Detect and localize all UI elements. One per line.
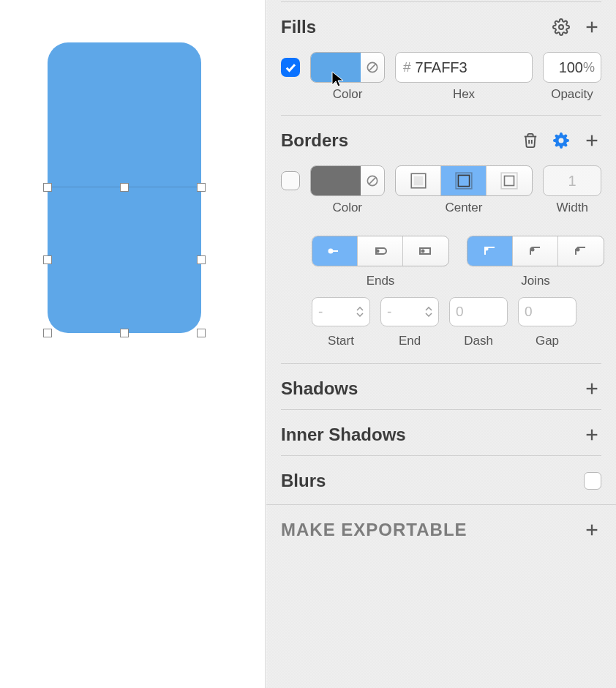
inner-shadows-header: Inner Shadows	[281, 410, 601, 455]
resize-handle-br[interactable]	[197, 329, 206, 337]
dash-input[interactable]: 0	[449, 297, 508, 326]
opacity-input[interactable]	[549, 59, 583, 76]
border-position-label: Center	[394, 201, 533, 215]
resize-handle-bl[interactable]	[43, 329, 52, 337]
shadows-header: Shadows	[281, 364, 601, 409]
blurs-header: Blurs	[281, 456, 601, 501]
dash-label: Dash	[464, 334, 493, 348]
svg-line-4	[369, 64, 376, 71]
svg-rect-13	[505, 176, 514, 186]
fills-title: Fills	[281, 17, 316, 37]
add-fill-button[interactable]	[582, 18, 601, 37]
line-ends-segmented	[312, 236, 449, 266]
resize-handle-mr[interactable]	[197, 183, 206, 192]
gap-input[interactable]: 0	[518, 297, 576, 326]
hex-label: Hex	[395, 87, 533, 102]
percent-symbol: %	[583, 60, 595, 75]
join-round-button[interactable]	[513, 236, 558, 266]
canvas[interactable]	[0, 0, 266, 688]
fill-color-preview	[311, 53, 361, 82]
stepper-icon[interactable]	[425, 307, 432, 317]
hash-symbol: #	[403, 59, 411, 75]
svg-point-16	[328, 250, 332, 253]
svg-line-8	[369, 177, 376, 184]
border-type-icon[interactable]	[361, 166, 384, 195]
svg-point-22	[577, 249, 579, 251]
border-row: 1	[281, 161, 601, 201]
hex-input[interactable]	[416, 59, 525, 76]
stepper-icon[interactable]	[356, 307, 364, 317]
end-round-button[interactable]	[358, 236, 403, 266]
line-joins-segmented	[467, 236, 604, 266]
inner-shadows-title: Inner Shadows	[281, 425, 406, 445]
opacity-label: Opacity	[543, 87, 601, 102]
border-color-preview	[311, 166, 361, 195]
fill-row: # %	[281, 48, 601, 87]
end-butt-button[interactable]	[312, 236, 358, 266]
resize-handle-mc[interactable]	[120, 183, 129, 192]
color-label: Color	[310, 87, 385, 102]
resize-handle-lml[interactable]	[43, 255, 52, 264]
ends-label: Ends	[367, 274, 395, 288]
resize-handle-ml[interactable]	[43, 183, 52, 192]
trash-icon[interactable]	[521, 131, 540, 150]
border-enabled-checkbox[interactable]	[281, 171, 300, 190]
border-color-swatch[interactable]	[310, 165, 385, 196]
svg-point-17	[376, 250, 378, 253]
blurs-title: Blurs	[281, 471, 326, 491]
blurs-checkbox[interactable]	[584, 472, 601, 490]
svg-point-19	[422, 250, 424, 253]
resize-handle-lmr[interactable]	[197, 255, 206, 264]
join-miter-button[interactable]	[467, 236, 513, 266]
borders-header: Borders	[281, 116, 601, 161]
add-shadow-button[interactable]	[582, 379, 601, 398]
hex-field[interactable]: #	[395, 52, 533, 83]
svg-point-20	[485, 248, 487, 250]
border-position-segmented	[395, 165, 533, 196]
gear-icon[interactable]	[552, 18, 571, 37]
border-center-button[interactable]	[441, 166, 487, 195]
svg-rect-11	[458, 175, 469, 186]
gap-label: Gap	[536, 334, 559, 348]
inspector-panel: Fills #	[266, 0, 616, 688]
arrow-start-input[interactable]: -	[312, 297, 370, 326]
add-inner-shadow-button[interactable]	[582, 425, 601, 444]
join-bevel-button[interactable]	[558, 236, 604, 266]
border-inside-button[interactable]	[396, 166, 441, 195]
border-width-label: Width	[543, 201, 601, 215]
add-border-button[interactable]	[582, 131, 601, 150]
fill-color-swatch[interactable]	[310, 52, 385, 83]
fill-enabled-checkbox[interactable]	[281, 58, 300, 77]
add-export-button[interactable]	[582, 520, 601, 539]
border-outside-button[interactable]	[487, 166, 532, 195]
gear-icon[interactable]	[552, 131, 571, 150]
svg-point-21	[531, 249, 533, 251]
border-color-label: Color	[310, 201, 384, 215]
svg-rect-10	[414, 177, 422, 185]
svg-rect-14	[501, 173, 517, 189]
fills-header: Fills	[281, 2, 601, 48]
joins-label: Joins	[521, 274, 550, 288]
exportable-header: MAKE EXPORTABLE	[281, 505, 601, 550]
arrow-end-input[interactable]: -	[380, 297, 439, 326]
start-label: Start	[328, 334, 354, 348]
svg-point-0	[559, 25, 563, 29]
end-label: End	[399, 334, 421, 348]
fill-type-icon[interactable]	[361, 53, 384, 82]
border-width-input[interactable]: 1	[543, 165, 601, 196]
borders-title: Borders	[281, 130, 348, 151]
end-square-button[interactable]	[403, 236, 448, 266]
shadows-title: Shadows	[281, 378, 358, 399]
resize-handle-bc[interactable]	[120, 329, 129, 337]
opacity-field[interactable]: %	[543, 52, 601, 83]
exportable-title: MAKE EXPORTABLE	[281, 520, 467, 540]
